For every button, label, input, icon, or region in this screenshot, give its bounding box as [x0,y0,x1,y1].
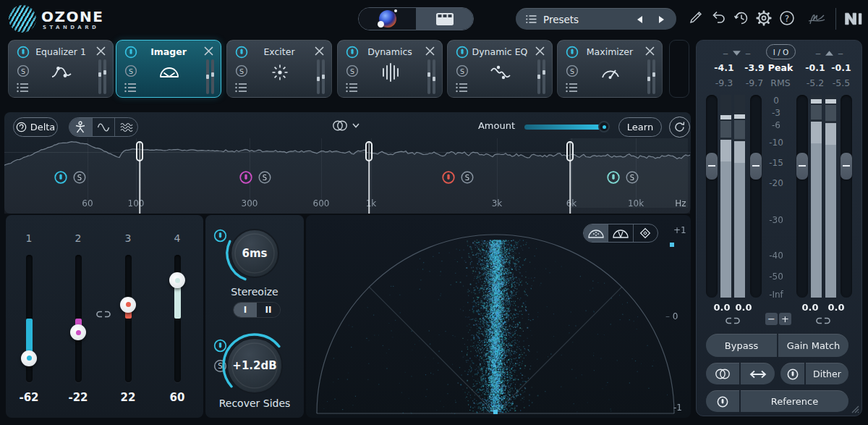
stereo-link-icon[interactable] [332,120,348,131]
history-icon[interactable] [733,10,749,26]
close-icon[interactable] [204,46,213,56]
menu-icon[interactable] [566,83,578,93]
crossover-handle[interactable] [136,141,143,161]
peak-value: -0.1 [805,62,825,73]
undo-icon[interactable] [711,10,727,23]
modules-view-button[interactable] [416,8,473,30]
help-icon[interactable]: ? [779,10,795,26]
band-2-power-icon[interactable] [239,170,254,185]
next-preset-button[interactable] [658,15,665,24]
close-icon[interactable] [535,46,545,56]
module-card-exciter[interactable]: Exciter S [226,40,332,98]
amount-slider[interactable] [524,125,611,130]
input-meter-options[interactable]: –– [723,46,751,59]
band-4-power-icon[interactable] [606,170,621,185]
solo-icon[interactable]: S [16,64,30,78]
zoom-out-button[interactable]: − [765,313,778,325]
power-icon[interactable] [16,45,30,59]
output-gain-fader[interactable] [796,95,808,298]
module-card-maximizer[interactable]: Maximizer S [557,40,663,98]
scope-view-polar-sample[interactable] [584,224,608,242]
scope-view-lissajous[interactable] [634,224,658,242]
previous-preset-button[interactable] [637,15,643,24]
band-4-solo-icon[interactable]: S [625,170,640,185]
band-1-power-icon[interactable] [54,170,69,185]
chevron-down-icon[interactable] [352,123,359,128]
learn-button[interactable]: Learn [618,117,662,137]
crossover-handle[interactable] [566,141,574,161]
module-card-dynamic-eq[interactable]: Dynamic EQ S [447,40,553,98]
vectorscope-panel: +1 – 0 -1 [306,215,691,418]
reset-crossovers-button[interactable] [669,117,690,138]
power-icon[interactable] [234,45,249,59]
output-link-icon[interactable] [814,316,833,326]
power-icon[interactable] [455,45,469,59]
slider-thumb[interactable] [169,272,185,288]
menu-icon[interactable] [456,83,468,93]
output-gain-fader[interactable] [841,95,852,298]
module-card-equalizer[interactable]: Equalizer 1 S [8,40,114,98]
band-gain-slider-3[interactable] [125,255,132,382]
close-icon[interactable] [96,46,106,56]
input-gain-fader[interactable] [706,95,718,298]
io-button[interactable]: I / O [766,44,796,59]
ai-assistant-view-button[interactable] [359,8,416,30]
module-card-imager[interactable]: Imager S [116,40,221,98]
freq-unit-label: Hz [675,198,686,209]
stereoize-mode-II[interactable]: II [257,303,280,317]
menu-icon[interactable] [124,83,137,93]
crossover-handle[interactable] [365,141,373,161]
power-icon[interactable] [565,45,579,59]
input-gain-fader[interactable] [750,95,762,298]
stereo-mode-button[interactable] [706,363,739,384]
band-2-solo-icon[interactable]: S [258,170,273,185]
close-icon[interactable] [645,46,655,56]
solo-icon[interactable]: S [345,64,359,78]
refresh-icon [673,121,686,133]
solo-icon[interactable]: S [234,64,249,78]
menu-icon[interactable] [346,83,358,93]
power-icon[interactable] [124,45,138,59]
slider-thumb[interactable] [21,350,37,366]
dither-button[interactable]: Dither [806,363,848,384]
output-meter-options[interactable]: –– [815,46,843,59]
settings-gear-icon[interactable] [756,10,772,26]
band-1-solo-icon[interactable]: S [72,170,88,185]
link-bands-icon[interactable] [94,309,113,319]
empty-module-slot[interactable] [669,40,689,98]
spectrum-view-spectra[interactable] [115,118,137,136]
stereoize-mode-I[interactable]: I [234,303,257,317]
close-icon[interactable] [315,46,324,56]
dither-power-button[interactable] [780,363,804,384]
solo-icon[interactable]: S [455,64,469,78]
zoom-in-button[interactable]: + [779,313,791,325]
band-3-power-icon[interactable] [441,170,456,185]
ear-icon [16,122,27,132]
input-link-icon[interactable] [723,316,742,326]
module-mini-meter [98,59,107,94]
scope-view-polar-level[interactable] [608,224,633,242]
module-card-dynamics[interactable]: Dynamics S [337,40,443,98]
solo-icon[interactable]: S [124,64,138,78]
band-3-solo-icon[interactable]: S [460,170,475,185]
divider [835,8,836,30]
slider-thumb[interactable] [120,297,136,313]
reference-button[interactable]: Reference [741,390,848,412]
delta-button[interactable]: Delta [13,117,58,137]
resize-grip[interactable] [851,405,859,413]
spectrum-view-anthro[interactable] [69,118,93,136]
solo-icon[interactable]: S [565,64,579,78]
menu-icon[interactable] [235,83,247,93]
reference-power-button[interactable] [706,390,739,412]
menu-icon[interactable] [17,83,29,93]
power-icon[interactable] [345,45,359,59]
gain-match-button[interactable]: Gain Match [778,334,848,357]
module-title: Equalizer 1 [30,46,91,57]
close-icon[interactable] [425,46,435,56]
slider-thumb[interactable] [70,324,86,340]
presets-browser-button[interactable]: Presets [516,8,676,30]
width-mode-button[interactable] [741,363,775,384]
bypass-button[interactable]: Bypass [706,334,777,357]
edit-icon[interactable] [689,10,703,25]
spectrum-view-curve[interactable] [93,118,116,136]
